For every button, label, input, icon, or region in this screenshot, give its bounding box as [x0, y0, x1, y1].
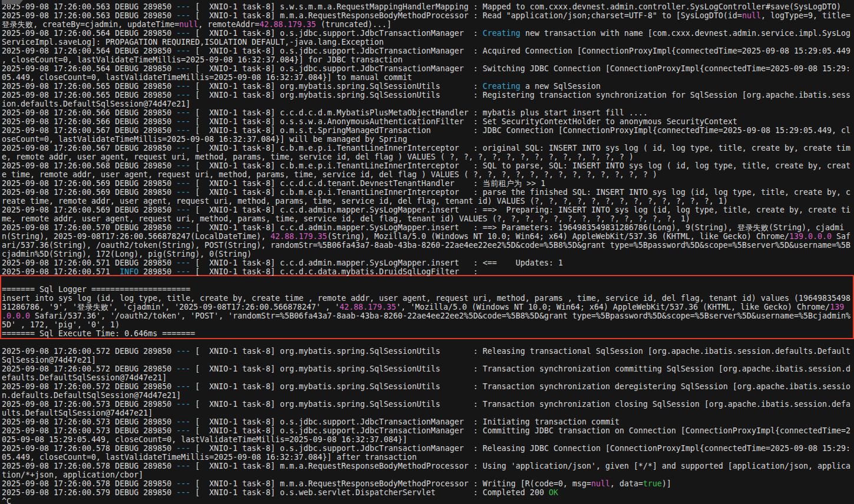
- log-line: cjadmin%5D(String), 172(Long), pig(Strin…: [0, 250, 854, 258]
- log-line: 2025-09-08 17:26:00.579 DEBUG 289850 ---…: [0, 488, 854, 497]
- log-line: 2025-09-08 17:26:00.566 DEBUG 289850 ---…: [0, 108, 854, 117]
- log-line: n.defaults.DefaultSqlSession@74d47e21]: [0, 391, 854, 400]
- log-line: 31286786, '9', '登录失败', 'cjadmin', '2025-…: [1, 303, 853, 311]
- log-line: ults.DefaultSqlSession@74d47e21]: [0, 409, 854, 417]
- log-line: e_time, remote_addr, user_agent, request…: [0, 170, 854, 179]
- log-line: 2025-09-08 17:26:00.571 DEBUG 289850 ---…: [0, 258, 854, 267]
- log-line: 2025-09-08 17:26:00.573 DEBUG 289850 ---…: [0, 417, 854, 426]
- log-line: 5D' , 172, 'pig', '0', 1): [1, 320, 853, 329]
- log-line: tion/*+json, application/cbor]: [0, 470, 854, 479]
- log-line: ^C: [0, 497, 854, 504]
- log-line: 2025-09-08 17:26:00.567 DEBUG 289850 ---…: [0, 144, 854, 152]
- sql-logger-box: ======= Sql Logger =====================…: [0, 275, 854, 339]
- log-line: 05.449, closeCount=0, lastValidateTimeMi…: [0, 453, 854, 462]
- log-line: 2025-09-08 17:26:00.565 DEBUG 289850 ---…: [0, 91, 854, 100]
- log-line: reate_time, remote_addr, user_agent, req…: [0, 197, 854, 205]
- log-line: me, remote_addr, user_agent, request_uri…: [0, 214, 854, 223]
- log-line: insert into sys_log (id, log_type, title…: [1, 294, 853, 303]
- log-line: e, remote_addr, user_agent, request_uri,…: [0, 152, 854, 161]
- log-line: ======= Sql Logger =====================: [1, 285, 853, 294]
- log-line: 2025-09-08 17:26:00.578 DEBUG 289850 ---…: [0, 479, 854, 488]
- log-line: 2025-09-08 17:26:00.567 DEBUG 289850 ---…: [0, 126, 854, 135]
- log-lines-after-sql-box: 2025-09-08 17:26:00.572 DEBUG 289850 ---…: [0, 338, 854, 504]
- log-line: efaults.DefaultSqlSession@74d47e21]: [0, 373, 854, 382]
- log-line: 2025-09-08 17:26:00.570 DEBUG 289850 ---…: [0, 223, 854, 232]
- log-line: 2025-09-08 17:26:00.565 DEBUG 289850 ---…: [0, 82, 854, 91]
- log-line: 2025-09-08 17:26:00.572 DEBUG 289850 ---…: [0, 382, 854, 391]
- log-line: [0, 338, 854, 347]
- log-line: [1, 276, 853, 285]
- log-line: 2025-09-08 17:26:00.572 DEBUG 289850 ---…: [0, 347, 854, 356]
- log-line: oseCount=0, lastValidateTimeMillis=2025-…: [0, 135, 854, 144]
- log-line: 2025-09-08 17:26:00.563 DEBUG 289850 ---…: [0, 11, 854, 20]
- log-line: SqlSession@74d47e21]: [0, 356, 854, 364]
- log-line: 2025-09-08 17:26:00.569 DEBUG 289850 ---…: [0, 205, 854, 214]
- log-line: 2025-09-08 17:26:00.564 DEBUG 289850 ---…: [0, 29, 854, 38]
- window-tab-remnant: [2, 0, 23, 4]
- log-line: .0.0.0 Safari/537.36', '/oauth2/token', …: [1, 311, 853, 320]
- terminal-log-viewport: 2025-09-08 17:26:00.563 DEBUG 289850 ---…: [0, 0, 854, 504]
- log-line: 2025-09-08 17:26:00.573 DEBUG 289850 ---…: [0, 400, 854, 409]
- log-lines-before-sql-box: 2025-09-08 17:26:00.563 DEBUG 289850 ---…: [0, 2, 854, 276]
- log-line: 2025-09-08 17:26:00.564 DEBUG 289850 ---…: [0, 47, 854, 55]
- log-line: ServiceImpl.saveLog]: PROPAGATION_REQUIR…: [0, 38, 854, 47]
- log-line: 2025-09-08 17:26:00.578 DEBUG 289850 ---…: [0, 444, 854, 453]
- log-line: 2025-09-08 17:26:00.572 DEBUG 289850 ---…: [0, 364, 854, 373]
- log-line: 2025-09-08 17:26:00.569 DEBUG 289850 ---…: [0, 188, 854, 197]
- log-line: 2025-09-08 17:26:00.573 DEBUG 289850 ---…: [0, 426, 854, 435]
- log-line: 登录失败, createBy=cjadmin, updateTime=null,…: [0, 20, 854, 29]
- log-line: ======= Sql Execute Time: 0.646ms ======…: [1, 329, 853, 338]
- log-line: ari/537.36(String), /oauth2/token(String…: [0, 241, 854, 250]
- log-line: 2025-09-08 17:26:00.578 DEBUG 289850 ---…: [0, 462, 854, 470]
- log-line: n(String), 2025-09-08T17:26:00.566878247…: [0, 232, 854, 241]
- log-line: 2025-09-08 17:26:00.568 DEBUG 289850 ---…: [0, 161, 854, 170]
- log-line: 2025-09-08 17:26:00.569 DEBUG 289850 ---…: [0, 179, 854, 188]
- log-line: 2025-09-08 17:26:00.564 DEBUG 289850 ---…: [0, 64, 854, 73]
- log-line: 2025-09-08 17:26:00.566 DEBUG 289850 ---…: [0, 117, 854, 126]
- log-line: , closeCount=0, lastValidateTimeMillis=2…: [0, 55, 854, 64]
- log-line: 025-09-08 15:29:05.449, closeCount=0, la…: [0, 435, 854, 444]
- log-line: 2025-09-08 17:26:00.563 DEBUG 289850 ---…: [0, 2, 854, 11]
- log-line: 05.449, closeCount=0, lastValidateTimeMi…: [0, 73, 854, 82]
- log-line: ion.defaults.DefaultSqlSession@74d47e21]: [0, 100, 854, 108]
